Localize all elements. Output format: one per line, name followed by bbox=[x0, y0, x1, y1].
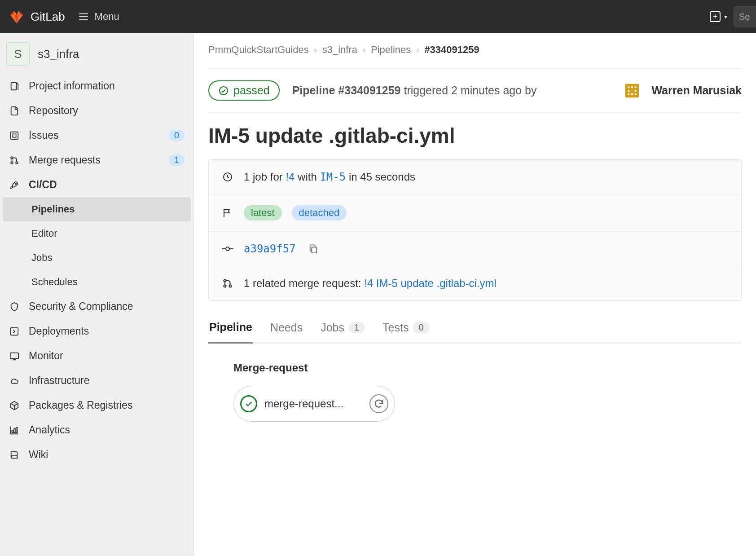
brand[interactable]: GitLab bbox=[9, 9, 65, 24]
sidebar-item-label: Analytics bbox=[29, 424, 70, 436]
pipeline-graph: Merge-request merge-request... bbox=[208, 344, 742, 440]
deploy-icon bbox=[9, 327, 20, 336]
info-row-duration: 1 job for !4 with IM-5 in 45 seconds bbox=[209, 160, 741, 194]
sidebar-item-merge-requests[interactable]: Merge requests 1 bbox=[3, 148, 191, 172]
job-pill[interactable]: merge-request... bbox=[233, 386, 395, 422]
breadcrumb-section[interactable]: Pipelines bbox=[371, 44, 411, 56]
sidebar-item-packages[interactable]: Packages & Registries bbox=[3, 393, 191, 418]
project-name: s3_infra bbox=[38, 47, 79, 61]
svg-rect-3 bbox=[11, 82, 17, 90]
pipeline-header: passed Pipeline #334091259 triggered 2 m… bbox=[208, 69, 742, 113]
sidebar-item-label: Security & Compliance bbox=[29, 300, 133, 313]
sidebar-item-monitor[interactable]: Monitor bbox=[3, 344, 191, 368]
svg-point-31 bbox=[224, 285, 226, 287]
svg-rect-11 bbox=[10, 353, 18, 358]
chevron-down-icon: ▾ bbox=[724, 13, 727, 20]
chart-icon bbox=[9, 425, 20, 435]
sidebar-item-infrastructure[interactable]: Infrastructure bbox=[3, 368, 191, 393]
commit-sha-link[interactable]: a39a9f57 bbox=[244, 243, 296, 255]
svg-rect-20 bbox=[628, 90, 630, 92]
svg-point-26 bbox=[226, 247, 229, 251]
pipeline-tabs: Pipeline Needs Jobs 1 Tests 0 bbox=[208, 301, 742, 344]
retry-button[interactable] bbox=[369, 394, 388, 413]
related-mr-text: 1 related merge request: !4 IM-5 update … bbox=[244, 277, 497, 290]
branch-link[interactable]: IM-5 bbox=[320, 171, 346, 183]
merge-icon bbox=[221, 278, 234, 289]
sidebar-subitem-schedules[interactable]: Schedules bbox=[3, 270, 191, 294]
sidebar-item-security[interactable]: Security & Compliance bbox=[3, 294, 191, 319]
sidebar-subitem-pipelines[interactable]: Pipelines bbox=[3, 197, 191, 221]
search-placeholder: Se bbox=[739, 12, 750, 22]
svg-rect-29 bbox=[312, 247, 316, 253]
tab-jobs[interactable]: Jobs 1 bbox=[320, 321, 365, 342]
menu-button[interactable]: Menu bbox=[78, 11, 119, 22]
tab-pipeline[interactable]: Pipeline bbox=[208, 321, 253, 344]
sidebar-item-project-information[interactable]: Project information bbox=[3, 74, 191, 98]
svg-rect-12 bbox=[12, 430, 13, 433]
job-count-prefix: 1 job for bbox=[244, 171, 286, 183]
cloud-icon bbox=[9, 376, 20, 386]
project-header[interactable]: S s3_infra bbox=[3, 37, 191, 74]
svg-rect-16 bbox=[625, 84, 639, 97]
sidebar-item-wiki[interactable]: Wiki bbox=[3, 442, 191, 467]
job-name: merge-request... bbox=[264, 397, 362, 410]
tab-needs[interactable]: Needs bbox=[269, 321, 303, 342]
related-mr-prefix: 1 related merge request: bbox=[244, 277, 364, 289]
stage-title: Merge-request bbox=[233, 362, 716, 374]
sidebar-item-issues[interactable]: Issues 0 bbox=[3, 123, 191, 148]
svg-point-7 bbox=[11, 162, 13, 164]
svg-rect-23 bbox=[632, 93, 633, 95]
sidebar-subitem-jobs[interactable]: Jobs bbox=[3, 246, 191, 270]
chevron-right-icon: › bbox=[314, 45, 317, 55]
sidebar-item-label: Repository bbox=[29, 105, 78, 117]
issues-count-badge: 0 bbox=[169, 130, 185, 141]
sidebar-item-cicd[interactable]: CI/CD bbox=[3, 172, 191, 197]
shield-icon bbox=[9, 302, 20, 312]
issues-icon bbox=[9, 131, 20, 141]
trigger-user[interactable]: Warren Marusiak bbox=[623, 81, 742, 100]
sidebar-item-label: Project information bbox=[29, 80, 115, 92]
mr-ref-link[interactable]: !4 bbox=[286, 171, 294, 183]
svg-point-9 bbox=[15, 183, 16, 184]
top-navbar: GitLab Menu + ▾ Se bbox=[0, 0, 756, 33]
tab-label: Jobs bbox=[321, 321, 344, 334]
sidebar-subitem-editor[interactable]: Editor bbox=[3, 221, 191, 246]
merge-icon bbox=[9, 155, 20, 165]
pipeline-info-panel: 1 job for !4 with IM-5 in 45 seconds lat… bbox=[208, 159, 742, 301]
tab-label: Needs bbox=[270, 321, 303, 334]
new-dropdown[interactable]: + ▾ bbox=[710, 11, 727, 22]
sidebar-item-label: Issues bbox=[29, 129, 58, 141]
tab-tests[interactable]: Tests 0 bbox=[382, 321, 430, 342]
subitem-label: Pipelines bbox=[31, 203, 75, 215]
sidebar-item-label: Monitor bbox=[29, 350, 63, 362]
breadcrumb: PmmQuickStartGuides › s3_infra › Pipelin… bbox=[208, 44, 742, 69]
trigger-text: Pipeline #334091259 triggered 2 minutes … bbox=[292, 84, 611, 97]
duration-suffix: in 45 seconds bbox=[346, 171, 415, 183]
breadcrumb-project[interactable]: s3_infra bbox=[322, 44, 357, 56]
svg-rect-13 bbox=[14, 428, 15, 432]
info-icon bbox=[9, 81, 20, 91]
subitem-label: Schedules bbox=[31, 276, 78, 287]
related-mr-link[interactable]: !4 IM-5 update .gitlab-ci.yml bbox=[364, 277, 497, 289]
sidebar-item-deployments[interactable]: Deployments bbox=[3, 319, 191, 344]
sidebar-item-analytics[interactable]: Analytics bbox=[3, 418, 191, 442]
monitor-icon bbox=[9, 351, 20, 361]
breadcrumb-current: #334091259 bbox=[424, 44, 479, 56]
svg-rect-14 bbox=[16, 427, 18, 432]
file-icon bbox=[9, 106, 20, 116]
sidebar-item-label: Wiki bbox=[29, 449, 48, 461]
mr-count-badge: 1 bbox=[169, 154, 185, 166]
subitem-label: Jobs bbox=[31, 252, 52, 263]
sidebar-item-label: Infrastructure bbox=[29, 375, 90, 387]
pipeline-id: #334091259 bbox=[338, 84, 400, 97]
sidebar-item-label: CI/CD bbox=[29, 179, 57, 191]
check-circle-icon bbox=[218, 85, 229, 96]
header-prefix: Pipeline bbox=[292, 84, 338, 97]
status-badge[interactable]: passed bbox=[208, 80, 280, 101]
copy-button[interactable] bbox=[308, 244, 318, 254]
search-input[interactable]: Se bbox=[734, 6, 756, 27]
breadcrumb-group[interactable]: PmmQuickStartGuides bbox=[208, 44, 309, 56]
sidebar-item-repository[interactable]: Repository bbox=[3, 98, 191, 123]
plus-icon: + bbox=[710, 11, 721, 22]
page-title: IM-5 update .gitlab-ci.yml bbox=[208, 113, 742, 159]
